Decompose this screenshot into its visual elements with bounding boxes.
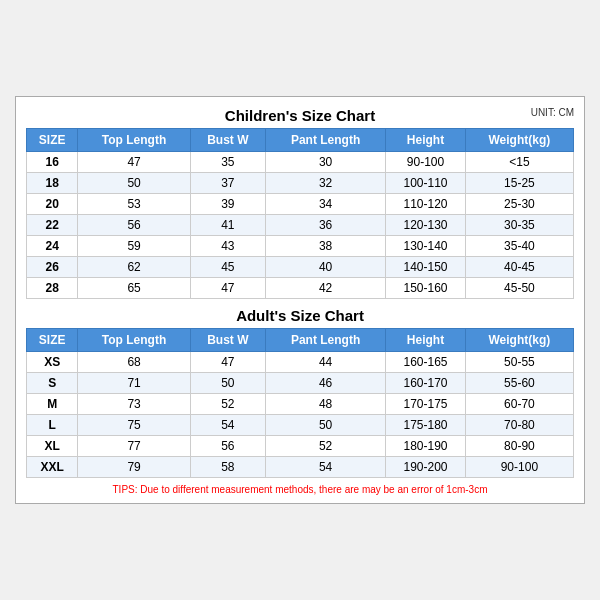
table-cell: 80-90	[465, 436, 573, 457]
table-cell: 40	[265, 257, 385, 278]
adult-title: Adult's Size Chart	[236, 307, 364, 324]
table-cell: 25-30	[465, 194, 573, 215]
table-cell: 56	[190, 436, 265, 457]
children-col-bust: Bust W	[190, 129, 265, 152]
table-cell: 68	[78, 352, 191, 373]
table-cell: 70-80	[465, 415, 573, 436]
table-cell: 150-160	[386, 278, 465, 299]
table-cell: 140-150	[386, 257, 465, 278]
table-cell: 15-25	[465, 173, 573, 194]
table-cell: M	[27, 394, 78, 415]
table-cell: 55-60	[465, 373, 573, 394]
table-cell: 39	[190, 194, 265, 215]
table-cell: L	[27, 415, 78, 436]
adult-col-top-length: Top Length	[78, 329, 191, 352]
table-cell: 56	[78, 215, 191, 236]
table-cell: 52	[265, 436, 385, 457]
table-cell: 47	[190, 278, 265, 299]
table-cell: 75	[78, 415, 191, 436]
table-cell: 190-200	[386, 457, 465, 478]
adult-title-row: Adult's Size Chart	[26, 307, 574, 324]
children-col-weight: Weight(kg)	[465, 129, 573, 152]
table-cell: 45-50	[465, 278, 573, 299]
table-cell: 90-100	[386, 152, 465, 173]
adult-col-bust: Bust W	[190, 329, 265, 352]
table-cell: 100-110	[386, 173, 465, 194]
table-cell: 38	[265, 236, 385, 257]
table-cell: 50-55	[465, 352, 573, 373]
table-cell: 71	[78, 373, 191, 394]
table-row: XXL795854190-20090-100	[27, 457, 574, 478]
table-cell: 60-70	[465, 394, 573, 415]
table-cell: 50	[265, 415, 385, 436]
table-row: S715046160-17055-60	[27, 373, 574, 394]
table-cell: 45	[190, 257, 265, 278]
table-cell: 41	[190, 215, 265, 236]
table-row: 22564136120-13030-35	[27, 215, 574, 236]
table-cell: 28	[27, 278, 78, 299]
table-cell: 53	[78, 194, 191, 215]
table-row: M735248170-17560-70	[27, 394, 574, 415]
table-cell: 36	[265, 215, 385, 236]
table-cell: 73	[78, 394, 191, 415]
adult-section: Adult's Size Chart SIZE Top Length Bust …	[26, 307, 574, 478]
table-cell: XXL	[27, 457, 78, 478]
table-row: XL775652180-19080-90	[27, 436, 574, 457]
table-row: 26624540140-15040-45	[27, 257, 574, 278]
children-header-row: SIZE Top Length Bust W Pant Length Heigh…	[27, 129, 574, 152]
table-cell: 58	[190, 457, 265, 478]
table-cell: 110-120	[386, 194, 465, 215]
table-cell: 24	[27, 236, 78, 257]
children-table-body: 1647353090-100<1518503732100-11015-25205…	[27, 152, 574, 299]
table-cell: 35-40	[465, 236, 573, 257]
table-cell: 170-175	[386, 394, 465, 415]
unit-label: UNIT: CM	[531, 107, 574, 118]
children-col-top-length: Top Length	[78, 129, 191, 152]
table-cell: 160-170	[386, 373, 465, 394]
adult-col-pant-length: Pant Length	[265, 329, 385, 352]
table-cell: 37	[190, 173, 265, 194]
chart-container: Children's Size Chart UNIT: CM SIZE Top …	[15, 96, 585, 504]
table-cell: 47	[190, 352, 265, 373]
adult-col-height: Height	[386, 329, 465, 352]
table-cell: 26	[27, 257, 78, 278]
table-cell: 30	[265, 152, 385, 173]
children-title: Children's Size Chart	[225, 107, 375, 124]
table-cell: 34	[265, 194, 385, 215]
table-cell: 48	[265, 394, 385, 415]
tips-text: TIPS: Due to different measurement metho…	[26, 484, 574, 495]
table-cell: 120-130	[386, 215, 465, 236]
table-cell: 43	[190, 236, 265, 257]
table-row: 18503732100-11015-25	[27, 173, 574, 194]
table-cell: <15	[465, 152, 573, 173]
children-col-pant-length: Pant Length	[265, 129, 385, 152]
children-table: SIZE Top Length Bust W Pant Length Heigh…	[26, 128, 574, 299]
table-row: 28654742150-16045-50	[27, 278, 574, 299]
children-col-size: SIZE	[27, 129, 78, 152]
table-cell: 54	[190, 415, 265, 436]
table-cell: 50	[78, 173, 191, 194]
table-cell: 47	[78, 152, 191, 173]
table-cell: 44	[265, 352, 385, 373]
table-cell: 59	[78, 236, 191, 257]
table-cell: 79	[78, 457, 191, 478]
table-cell: XL	[27, 436, 78, 457]
table-row: 20533934110-12025-30	[27, 194, 574, 215]
table-cell: 46	[265, 373, 385, 394]
children-title-row: Children's Size Chart UNIT: CM	[26, 107, 574, 124]
table-cell: 40-45	[465, 257, 573, 278]
table-cell: 65	[78, 278, 191, 299]
table-row: L755450175-18070-80	[27, 415, 574, 436]
table-cell: 52	[190, 394, 265, 415]
table-row: XS684744160-16550-55	[27, 352, 574, 373]
table-cell: 130-140	[386, 236, 465, 257]
table-cell: 90-100	[465, 457, 573, 478]
children-col-height: Height	[386, 129, 465, 152]
table-row: 24594338130-14035-40	[27, 236, 574, 257]
table-cell: S	[27, 373, 78, 394]
table-cell: 160-165	[386, 352, 465, 373]
table-cell: 35	[190, 152, 265, 173]
table-cell: 30-35	[465, 215, 573, 236]
table-cell: 18	[27, 173, 78, 194]
adult-col-weight: Weight(kg)	[465, 329, 573, 352]
